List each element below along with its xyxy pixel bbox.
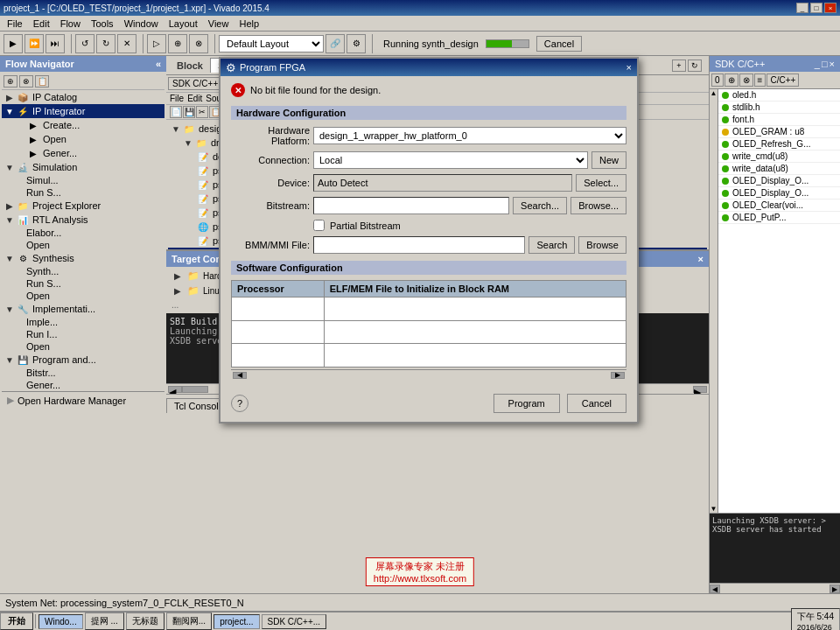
browse-bmm-button[interactable]: Browse (578, 236, 626, 254)
hw-platform-label: Hardware Platform: (231, 125, 310, 146)
sw-config-body (232, 298, 626, 368)
connection-label: Connection: (231, 155, 310, 165)
dialog-title-bar: ⚙ Program FPGA × (220, 59, 637, 76)
partial-bitstream-checkbox[interactable] (313, 220, 325, 231)
cancel-dialog-button[interactable]: Cancel (567, 394, 626, 413)
software-config-table: Processor ELF/MEM File to Initialize in … (231, 280, 626, 368)
app-window: project_1 - [C:/OLED_TEST/project_1/proj… (0, 0, 840, 630)
sw-table-row-2 (232, 320, 626, 344)
sw-scroll-left[interactable]: ◀ (233, 372, 247, 379)
software-config-section: Software Configuration (231, 261, 626, 275)
dialog-footer: ? Program Cancel (220, 387, 637, 422)
dialog-overlay: ⚙ Program FPGA × ✕ No bit file found for… (0, 0, 840, 630)
sw-cell-proc-2 (232, 320, 325, 344)
bmm-mmi-input[interactable] (313, 236, 525, 254)
bmm-mmi-label: BMM/MMI File: (231, 240, 310, 250)
sw-table-row-3 (232, 344, 626, 368)
sw-col-elf: ELF/MEM File to Initialize in Block RAM (324, 281, 626, 298)
watermark-line1: 屏幕录像专家 未注册 (374, 560, 466, 573)
bitstream-input[interactable] (313, 197, 509, 214)
hardware-config-section: Hardware Configuration (231, 106, 626, 120)
partial-bitstream-label: Partial Bitstream (330, 220, 401, 231)
bmm-mmi-row: BMM/MMI File: Search Browse (231, 236, 626, 254)
new-connection-button[interactable]: New (592, 151, 626, 169)
sw-cell-elf-1 (324, 298, 626, 321)
sw-config-scrollbar[interactable]: ◀ ▶ (231, 369, 626, 380)
dialog-warning: ✕ No bit file found for the design. (231, 83, 626, 97)
connection-row: Connection: Local New (231, 151, 626, 169)
dialog-title-text: ⚙ Program FPGA (226, 61, 305, 74)
bitstream-label: Bitstream: (231, 200, 310, 211)
warning-message: No bit file found for the design. (250, 85, 381, 95)
device-row: Device: Select... (231, 174, 626, 192)
sw-col-processor: Processor (232, 281, 325, 298)
device-label: Device: (231, 178, 310, 188)
sw-cell-proc-3 (232, 344, 325, 368)
hw-platform-select[interactable]: design_1_wrapper_hw_platform_0 (313, 127, 626, 144)
dialog-title-label: Program FPGA (240, 62, 305, 73)
program-button[interactable]: Program (494, 394, 560, 413)
browse-bitstream-button[interactable]: Browse... (570, 197, 626, 214)
sw-scroll-right[interactable]: ▶ (611, 372, 625, 379)
program-fpga-dialog: ⚙ Program FPGA × ✕ No bit file found for… (219, 57, 639, 424)
warning-icon: ✕ (231, 83, 245, 97)
bitstream-row: Bitstream: Search... Browse... (231, 197, 626, 214)
search-bmm-button[interactable]: Search (528, 236, 575, 254)
connection-select[interactable]: Local (313, 151, 588, 169)
hw-platform-row: Hardware Platform: design_1_wrapper_hw_p… (231, 125, 626, 146)
device-input (313, 174, 572, 192)
dialog-close-button[interactable]: × (626, 62, 632, 73)
watermark: 屏幕录像专家 未注册 http://www.tlxsoft.com (366, 557, 474, 586)
sw-cell-elf-3 (324, 344, 626, 368)
sw-cell-elf-2 (324, 320, 626, 344)
sw-table-row-1 (232, 298, 626, 321)
sw-cell-proc-1 (232, 298, 325, 321)
search-bitstream-button[interactable]: Search... (513, 197, 567, 214)
partial-bitstream-row: Partial Bitstream (313, 220, 626, 231)
help-button[interactable]: ? (231, 395, 248, 412)
dialog-body: ✕ No bit file found for the design. Hard… (220, 76, 637, 387)
watermark-line2: http://www.tlxsoft.com (374, 573, 466, 584)
select-device-button[interactable]: Select... (576, 174, 626, 192)
